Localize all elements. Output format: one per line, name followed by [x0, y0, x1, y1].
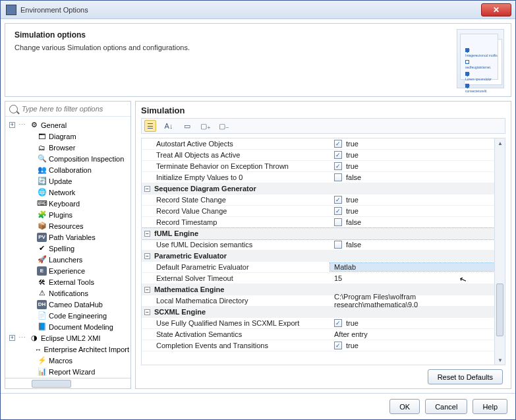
property-name: Autostart Active Objects: [142, 140, 330, 148]
tree-item-document-modeling[interactable]: 📘Document Modeling: [7, 321, 129, 332]
tree-item-report-wizard[interactable]: 📊Report Wizard: [7, 366, 129, 377]
checkbox[interactable]: [334, 173, 342, 181]
tree-item-collaboration[interactable]: 👥Collaboration: [7, 164, 129, 175]
group-expander-icon[interactable]: −: [144, 253, 150, 259]
reset-to-defaults-button[interactable]: Reset to Defaults: [428, 369, 503, 384]
collapse-button[interactable]: ▢₋: [218, 120, 230, 132]
ok-button[interactable]: OK: [389, 399, 420, 414]
checkbox[interactable]: [334, 342, 342, 349]
row-initialize-empty-values-to-0[interactable]: Initialize Empty Values to 0false: [142, 172, 494, 183]
property-value[interactable]: false: [330, 241, 494, 249]
group-expander-icon[interactable]: −: [144, 287, 150, 293]
cancel-button[interactable]: Cancel: [425, 399, 467, 414]
group-fuml-engine[interactable]: −fUML Engine: [142, 228, 494, 239]
checkbox[interactable]: [334, 140, 342, 148]
tree-item-launchers[interactable]: 🚀Launchers: [7, 254, 129, 265]
row-use-fully-qualified-names-in-scxml-export[interactable]: Use Fully Qualified Names in SCXML Expor…: [142, 318, 494, 329]
tree-item-network[interactable]: 🌐Network: [7, 187, 129, 198]
property-name: Use Fully Qualified Names in SCXML Expor…: [142, 319, 330, 327]
checkbox[interactable]: [334, 162, 342, 170]
checkbox[interactable]: [334, 319, 342, 327]
tree-scrollbar-horizontal[interactable]: [5, 378, 130, 388]
tree-item-code-engineering[interactable]: 📄Code Engineering: [7, 310, 129, 321]
expander-icon[interactable]: +: [9, 122, 15, 128]
tree-item-general[interactable]: +⋯⚙General: [7, 119, 129, 131]
row-use-fuml-decision-semantics[interactable]: Use fUML Decision semanticsfalse: [142, 239, 494, 251]
tree-item-external-tools[interactable]: 🛠External Tools: [7, 276, 129, 287]
checkbox[interactable]: [334, 241, 342, 249]
row-record-timestamp[interactable]: Record Timestampfalse: [142, 217, 494, 228]
tree-item-update[interactable]: 🔄Update: [7, 175, 129, 187]
tree-item-plugins[interactable]: 🧩Plugins: [7, 209, 129, 220]
property-value[interactable]: false: [330, 173, 494, 181]
checkbox[interactable]: [334, 151, 342, 159]
help-button[interactable]: Help: [473, 399, 507, 414]
expand-button[interactable]: ▢₊: [200, 120, 212, 132]
property-name: Completion Events and Transitions: [142, 342, 330, 349]
group-parametric-evaluator[interactable]: −Parametric Evaluator: [142, 251, 494, 262]
scrollbar-thumb[interactable]: [496, 284, 503, 336]
row-autostart-active-objects[interactable]: Autostart Active Objectstrue: [142, 138, 494, 150]
property-value[interactable]: true: [330, 140, 494, 148]
property-value[interactable]: After entry: [330, 330, 494, 338]
group-expander-icon[interactable]: −: [144, 186, 150, 192]
tree-item-path-variables[interactable]: PVPath Variables: [7, 231, 129, 243]
scrollbar-thumb[interactable]: [32, 380, 71, 388]
tree-item-diagram[interactable]: 🗔Diagram: [7, 131, 129, 142]
property-value[interactable]: C:\Program Files\wolfram research\mathem…: [330, 293, 494, 309]
property-value[interactable]: true: [330, 162, 494, 170]
property-value[interactable]: true: [330, 342, 494, 349]
tree-item-macros[interactable]: ⚡Macros: [7, 355, 129, 366]
checkbox[interactable]: [334, 207, 342, 215]
checkbox[interactable]: [334, 196, 342, 204]
alphabetical-sort-button[interactable]: A↓: [163, 120, 175, 132]
tree-item-enterprise-architect-import[interactable]: ↔Enterprise Architect Import: [7, 344, 129, 355]
property-grid-body[interactable]: Autostart Active ObjectstrueTreat All Ob…: [142, 138, 494, 365]
row-completion-events-and-transitions[interactable]: Completion Events and Transitionstrue: [142, 340, 494, 351]
close-button[interactable]: ✕: [481, 3, 511, 16]
property-value[interactable]: Matlab: [330, 263, 494, 271]
expander-icon[interactable]: +: [9, 335, 15, 341]
filter-input[interactable]: [20, 104, 127, 113]
row-default-parametric-evaluator[interactable]: Default Parametric EvaluatorMatlab: [142, 262, 494, 273]
tree-item-composition-inspection[interactable]: 🔍Composition Inspection: [7, 153, 129, 164]
tree-item-notifications[interactable]: ⚠Notifications: [7, 287, 129, 299]
value-text: true: [346, 162, 358, 170]
group-expander-icon[interactable]: −: [144, 231, 150, 237]
tree-item-keyboard[interactable]: ⌨Keyboard: [7, 198, 129, 209]
row-record-value-change[interactable]: Record Value Changetrue: [142, 206, 494, 217]
scroll-down-icon[interactable]: ▼: [495, 355, 505, 365]
property-value[interactable]: false: [330, 218, 494, 226]
checkbox[interactable]: [334, 218, 342, 226]
categorized-view-button[interactable]: ☰: [144, 120, 156, 132]
property-value[interactable]: true: [330, 319, 494, 327]
property-value[interactable]: true: [330, 207, 494, 215]
tree-item-experience[interactable]: EExperience: [7, 265, 129, 276]
tree-item-browser[interactable]: 🗂Browser: [7, 142, 129, 153]
tree-item-spelling[interactable]: ✔Spelling: [7, 243, 129, 254]
group-sequence-diagram-generator[interactable]: −Sequence Diagram Generator: [142, 183, 494, 195]
row-external-solver-timeout[interactable]: External Solver Timeout15: [142, 273, 494, 284]
row-local-mathematica-directory[interactable]: Local Mathematica DirectoryC:\Program Fi…: [142, 295, 494, 307]
titlebar[interactable]: Environment Options ✕: [1, 1, 515, 19]
filter-row: [5, 102, 130, 117]
row-terminate-behavior-on-exception-thrown[interactable]: Terminate Behavior on Exception Throwntr…: [142, 161, 494, 172]
scroll-up-icon[interactable]: ▲: [495, 138, 505, 148]
property-value[interactable]: 15: [330, 274, 494, 282]
property-name: Terminate Behavior on Exception Thrown: [142, 162, 330, 170]
diagram-icon: 🗔: [37, 132, 47, 141]
row-record-state-change[interactable]: Record State Changetrue: [142, 195, 494, 206]
row-treat-all-objects-as-active[interactable]: Treat All Objects as Activetrue: [142, 150, 494, 161]
row-state-activation-semantics[interactable]: State Activation SemanticsAfter entry: [142, 329, 494, 340]
tree-item-eclipse-uml2-xmi[interactable]: +⋯◑Eclipse UML2 XMI: [7, 332, 129, 344]
property-value[interactable]: true: [330, 196, 494, 204]
group-expander-icon[interactable]: −: [144, 309, 150, 315]
panel-title: Simulation: [136, 102, 511, 118]
property-value[interactable]: true: [330, 151, 494, 159]
options-tree[interactable]: +⋯⚙General🗔Diagram🗂Browser🔍Composition I…: [5, 117, 130, 378]
tree-item-label: Launchers: [49, 256, 82, 264]
tree-item-cameo-datahub[interactable]: DHCameo DataHub: [7, 299, 129, 310]
grid-scrollbar-vertical[interactable]: ▲ ▼: [494, 138, 505, 365]
tree-item-resources[interactable]: 📦Resources: [7, 220, 129, 231]
collapse-all-button[interactable]: ▭: [181, 120, 193, 132]
